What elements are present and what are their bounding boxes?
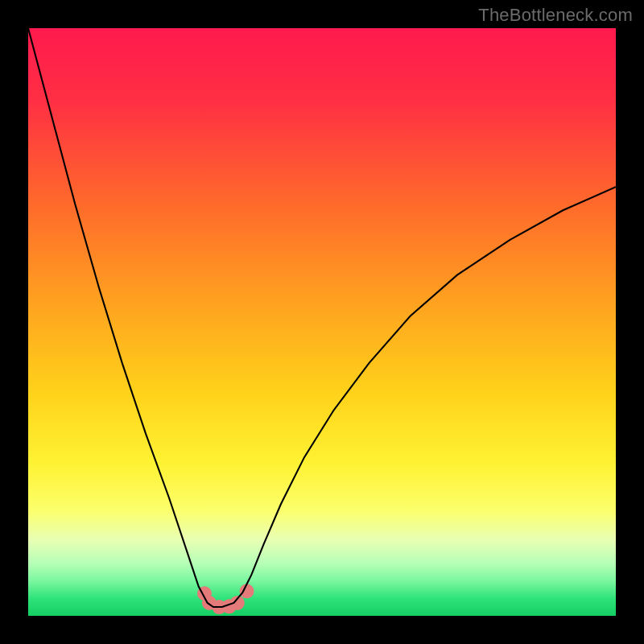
plot-area — [28, 28, 616, 616]
highlight-dot — [240, 584, 254, 598]
chart-frame: TheBottleneck.com — [0, 0, 644, 644]
plot-svg — [28, 28, 616, 616]
gradient-background — [28, 28, 616, 616]
watermark-text: TheBottleneck.com — [478, 5, 633, 26]
